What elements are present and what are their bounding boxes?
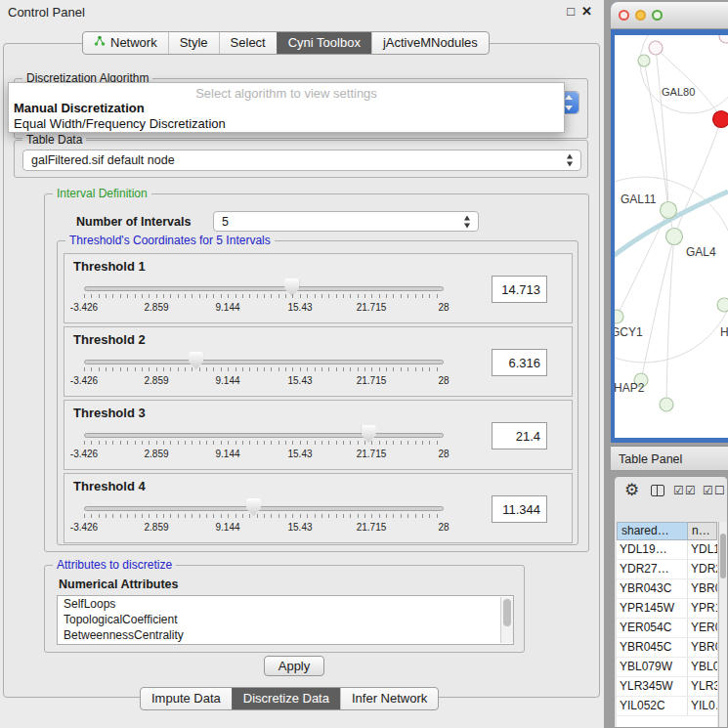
- scrollbar-thumb[interactable]: [720, 534, 726, 578]
- threshold-panel: Threshold 2 -3.426 2.859 9.144 15.43 21.…: [64, 326, 573, 397]
- network-node[interactable]: [666, 229, 683, 245]
- number-of-intervals-value: 5: [222, 215, 229, 229]
- table-row[interactable]: YBL079W YBL0…: [617, 658, 717, 677]
- tab-label: Discretize Data: [243, 691, 329, 706]
- cell-name[interactable]: YBR0…: [688, 579, 717, 598]
- select-all-checkbox-icon[interactable]: ☑: [673, 484, 684, 497]
- network-canvas[interactable]: GAL80 GAL11 GAL4 GCY1 H HAP2: [615, 35, 728, 438]
- scale-label: 9.144: [215, 375, 239, 386]
- cell-shared-name[interactable]: YIL052C: [617, 697, 688, 715]
- list-item[interactable]: SelfLoops: [58, 596, 513, 612]
- number-of-intervals-combobox[interactable]: 5: [213, 211, 479, 232]
- scale-label: 2.859: [144, 522, 168, 533]
- cell-name[interactable]: YBR0…: [688, 638, 717, 657]
- minimize-traffic-light-icon[interactable]: [635, 10, 646, 21]
- close-traffic-light-icon[interactable]: [619, 10, 629, 21]
- tab-style[interactable]: Style: [168, 32, 219, 54]
- scale-label: 28: [438, 522, 449, 533]
- apply-button[interactable]: Apply: [264, 656, 324, 676]
- table-row[interactable]: YLR345W YLR3…: [617, 677, 717, 697]
- cell-shared-name[interactable]: YDL19…: [617, 540, 688, 559]
- attributes-group-title: Attributes to discretize: [53, 558, 176, 572]
- zoom-traffic-light-icon[interactable]: [652, 10, 663, 21]
- column-header-shared-name[interactable]: shared…: [617, 522, 688, 540]
- close-window-icon[interactable]: ✕: [581, 4, 592, 19]
- cell-shared-name[interactable]: YBR045C: [617, 638, 688, 657]
- cell-shared-name[interactable]: YPR145W: [617, 599, 688, 618]
- table-row[interactable]: YBR045C YBR0…: [617, 638, 717, 658]
- select-checkbox-icon[interactable]: ☑: [685, 484, 696, 497]
- scale-label: 9.144: [215, 522, 239, 533]
- scale-label: 28: [438, 375, 449, 386]
- cell-shared-name[interactable]: YDR27…: [617, 560, 688, 578]
- table-row[interactable]: YIL052C YIL0…: [617, 697, 717, 716]
- tab-jactivemnodules[interactable]: jActiveMNodules: [371, 32, 489, 54]
- columns-icon[interactable]: [651, 485, 664, 496]
- cell-name[interactable]: YDL1…: [688, 540, 717, 559]
- selected-network-node[interactable]: [713, 111, 728, 128]
- network-node[interactable]: [615, 310, 623, 323]
- network-window-titlebar: [611, 2, 728, 29]
- list-item[interactable]: BetweennessCentrality: [58, 627, 513, 643]
- combobox-stepper-icon[interactable]: [463, 215, 472, 228]
- scale-label: 15.43: [287, 522, 312, 533]
- scale-label: -3.426: [70, 375, 98, 386]
- scrollbar-thumb[interactable]: [503, 599, 511, 626]
- table-row[interactable]: YER054C YER0…: [617, 619, 717, 638]
- network-node[interactable]: [717, 298, 728, 312]
- threshold-value-field[interactable]: 14.713: [492, 276, 547, 303]
- cell-shared-name[interactable]: YBL079W: [617, 658, 688, 676]
- threshold-panel: Threshold 3 -3.426 2.859 9.144 15.43 21.…: [64, 400, 573, 470]
- column-header-name[interactable]: n…: [688, 522, 717, 540]
- threshold-slider[interactable]: [84, 286, 444, 291]
- numerical-attributes-list[interactable]: SelfLoops TopologicalCoefficient Between…: [57, 595, 514, 645]
- network-node[interactable]: [649, 41, 663, 55]
- threshold-slider[interactable]: [84, 506, 444, 511]
- cell-shared-name[interactable]: YLR345W: [617, 677, 688, 696]
- gear-icon[interactable]: ⚙: [624, 480, 639, 500]
- list-item[interactable]: TopologicalCoefficient: [58, 612, 513, 627]
- cell-name[interactable]: YDR2…: [688, 560, 717, 578]
- list-scrollbar[interactable]: [500, 597, 513, 643]
- threshold-value-field[interactable]: 11.344: [492, 495, 547, 523]
- network-node[interactable]: [660, 398, 673, 411]
- table-row[interactable]: YDL19… YDL1…: [617, 540, 717, 560]
- threshold-value-field[interactable]: 21.4: [492, 422, 547, 450]
- network-node[interactable]: [638, 55, 650, 66]
- cell-shared-name[interactable]: YER054C: [617, 619, 688, 637]
- cell-name[interactable]: YIL0…: [688, 697, 717, 715]
- table-row[interactable]: YPR145W YPR1…: [617, 599, 717, 619]
- table-panel-header: Table Panel: [611, 446, 728, 471]
- tab-select[interactable]: Select: [219, 32, 277, 54]
- threshold-value-field[interactable]: 6.316: [492, 349, 547, 376]
- unchecked-checkbox-icon[interactable]: ☐: [714, 484, 725, 497]
- table-data-value: galFiltered.sif default node: [31, 153, 175, 167]
- tab-infer-network[interactable]: Infer Network: [340, 688, 438, 709]
- threshold-label: Threshold 4: [73, 479, 146, 493]
- checkbox-icon[interactable]: ☑: [703, 484, 713, 497]
- cell-name[interactable]: YER0…: [688, 619, 717, 637]
- network-node[interactable]: [661, 202, 677, 219]
- scale-label: 21.715: [357, 302, 387, 313]
- network-node[interactable]: [719, 35, 728, 43]
- table-header-row: shared… n…: [617, 522, 717, 540]
- dropdown-option-equal-width-frequency[interactable]: Equal Width/Frequency Discretization: [9, 116, 564, 132]
- interval-definition-group: Interval Definition Number of Intervals …: [44, 193, 589, 552]
- tab-network[interactable]: Network: [83, 32, 168, 54]
- table-scrollbar[interactable]: [718, 522, 727, 727]
- cell-shared-name[interactable]: YBR043C: [617, 579, 688, 598]
- tab-cyni-toolbox[interactable]: Cyni Toolbox: [277, 32, 371, 54]
- tab-discretize-data[interactable]: Discretize Data: [232, 688, 340, 709]
- float-window-icon[interactable]: □: [567, 4, 575, 19]
- cell-name[interactable]: YPR1…: [688, 599, 717, 618]
- table-row[interactable]: YBR043C YBR0…: [617, 579, 717, 599]
- dropdown-option-manual-discretization[interactable]: Manual Discretization: [9, 101, 564, 116]
- table-row[interactable]: YDR27… YDR2…: [617, 560, 717, 579]
- tab-impute-data[interactable]: Impute Data: [141, 688, 232, 709]
- cell-name[interactable]: YLR3…: [688, 677, 717, 696]
- threshold-slider[interactable]: [84, 360, 444, 364]
- threshold-slider[interactable]: [84, 433, 444, 438]
- combobox-stepper-icon[interactable]: [566, 154, 575, 167]
- cell-name[interactable]: YBL0…: [688, 658, 717, 676]
- table-data-combobox[interactable]: galFiltered.sif default node: [22, 150, 581, 171]
